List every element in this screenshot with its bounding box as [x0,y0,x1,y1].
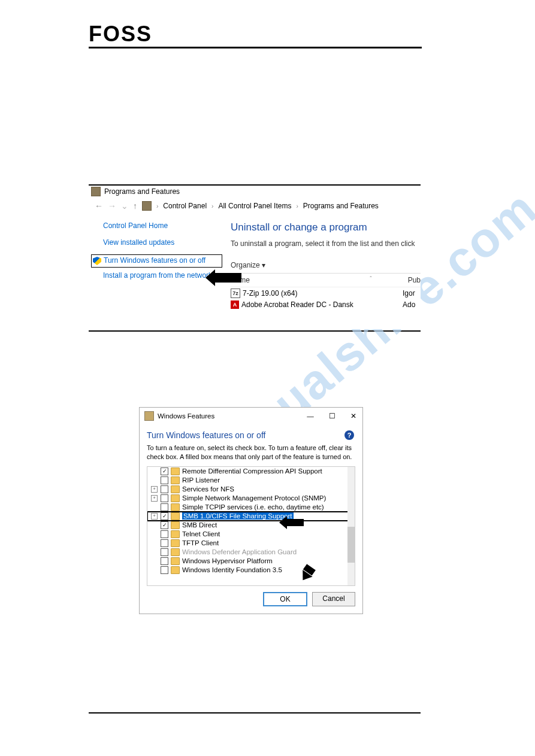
col-publisher[interactable]: Pub [408,276,421,284]
help-icon[interactable]: ? [344,430,354,440]
folder-icon [171,503,180,511]
window-titlebar: Programs and Features [89,186,421,200]
up-button[interactable]: ↑ [133,201,137,211]
chevron-icon: › [296,203,298,210]
window-title: Programs and Features [104,187,180,196]
install-from-network-link[interactable]: Install a program from the network [103,271,220,281]
checkbox[interactable] [161,539,168,547]
feature-item[interactable]: Windows Defender Application Guard [147,548,355,557]
divider [89,712,421,714]
ok-button[interactable]: OK [263,592,307,606]
feature-item[interactable]: Windows Hypervisor Platform [147,557,355,566]
table-row[interactable]: A Adobe Acrobat Reader DC - Dansk Ado [231,299,421,310]
program-publisher: Igor [403,289,421,297]
folder-icon [171,539,180,547]
folder-icon [171,548,180,556]
table-row[interactable]: 7z 7-Zip 19.00 (x64) Igor [231,287,421,299]
windows-features-dialog: Windows Features — ☐ ✕ Turn Windows feat… [139,407,363,614]
feature-label: TFTP Client [182,539,219,546]
feature-label: Services for NFS [182,485,234,493]
checkbox[interactable] [161,503,168,511]
feature-label: SMB Direct [182,521,217,529]
page-logo: FOSS [89,22,422,48]
expand-icon[interactable]: + [151,486,158,493]
program-publisher: Ado [403,300,421,309]
dialog-description: To turn a feature on, select its check b… [147,444,355,462]
minimize-button[interactable]: — [306,412,315,420]
chevron-icon: › [211,203,213,210]
program-name: 7-Zip 19.00 (x64) [243,289,400,297]
col-name[interactable]: Name [231,276,370,284]
recent-dropdown[interactable]: ⌄ [121,201,128,211]
feature-label: Telnet Client [182,530,220,538]
cancel-button[interactable]: Cancel [312,592,355,606]
feature-item[interactable]: TFTP Client [147,539,355,548]
turn-windows-features-link[interactable]: Turn Windows features on or off [91,254,222,268]
feature-item[interactable]: Telnet Client [147,530,355,539]
breadcrumb-item[interactable]: Programs and Features [303,202,379,210]
checkbox[interactable]: ✓ [161,521,168,529]
expand-icon[interactable]: + [151,495,158,502]
sidebar: Control Panel Home View installed update… [89,221,220,310]
folder-icon [171,557,180,565]
dialog-titlebar: Windows Features — ☐ ✕ [140,408,362,424]
feature-item[interactable]: ✓ SMB Direct [147,521,355,530]
feature-item[interactable]: + Services for NFS [147,485,355,494]
feature-item[interactable]: Windows Identity Foundation 3.5 [147,566,355,575]
dialog-buttons: OK Cancel [147,592,355,606]
feature-label: Windows Hypervisor Platform [182,557,273,564]
checkbox[interactable] [161,548,168,556]
checkbox[interactable] [161,494,168,502]
feature-item[interactable]: + Simple Network Management Protocol (SN… [147,494,355,503]
breadcrumb-item[interactable]: All Control Panel Items [218,202,291,210]
scrollbar-thumb[interactable] [347,527,355,563]
programs-features-window: Programs and Features ← → ⌄ ↑ › Control … [89,186,421,329]
shield-icon [93,257,101,265]
breadcrumb-item[interactable]: Control Panel [163,202,207,210]
table-header[interactable]: Name ˆ Pub [231,274,421,287]
back-button[interactable]: ← [95,201,103,211]
feature-label: RIP Listener [182,476,220,484]
folder-icon [171,521,180,529]
checkbox[interactable]: ✓ [161,467,168,475]
checkbox[interactable] [161,485,168,493]
sort-chevron-icon: ˆ [370,276,407,284]
feature-label: Simple TCPIP services (i.e. echo, daytim… [182,503,324,511]
breadcrumb-icon [142,201,152,211]
feature-label: Windows Identity Foundation 3.5 [182,566,282,573]
view-installed-updates-link[interactable]: View installed updates [103,238,220,248]
folder-icon [171,485,180,493]
feature-item[interactable]: ✓ Remote Differential Compression API Su… [147,467,355,476]
main-subtext: To uninstall a program, select it from t… [231,239,421,248]
feature-item[interactable]: Simple TCPIP services (i.e. echo, daytim… [147,503,355,512]
checkbox[interactable] [161,530,168,538]
maximize-button[interactable]: ☐ [328,412,336,420]
feature-label: Simple Network Management Protocol (SNMP… [182,494,326,502]
folder-icon [171,530,180,538]
checkbox[interactable] [161,476,168,484]
feature-label: SMB 1.0/CIFS File Sharing Support [182,512,294,520]
feature-item-selected[interactable]: + ✓ SMB 1.0/CIFS File Sharing Support [147,512,355,521]
folder-icon [171,476,180,484]
checkbox[interactable]: ✓ [161,512,168,520]
dialog-title: Windows Features [154,412,293,420]
folder-icon [171,512,180,520]
scrollbar[interactable] [347,467,355,585]
callout-arrow [279,516,304,529]
main-content: Uninstall or change a program To uninsta… [220,221,421,310]
organize-dropdown[interactable]: Organize ▾ [231,259,421,272]
features-list: ✓ Remote Differential Compression API Su… [147,466,355,586]
feature-label: Windows Defender Application Guard [182,548,297,555]
control-panel-home-link[interactable]: Control Panel Home [103,221,220,231]
feature-item[interactable]: RIP Listener [147,476,355,485]
expand-icon[interactable]: + [151,513,158,520]
checkbox[interactable] [161,557,168,565]
callout-arrow [205,269,241,286]
program-icon: 7z [231,289,240,298]
checkbox[interactable] [161,566,168,574]
program-name: Adobe Acrobat Reader DC - Dansk [241,300,400,309]
forward-button[interactable]: → [108,201,116,211]
close-button[interactable]: ✕ [349,412,358,420]
dialog-heading: Turn Windows features on or off [147,430,355,440]
main-heading: Uninstall or change a program [231,221,421,233]
